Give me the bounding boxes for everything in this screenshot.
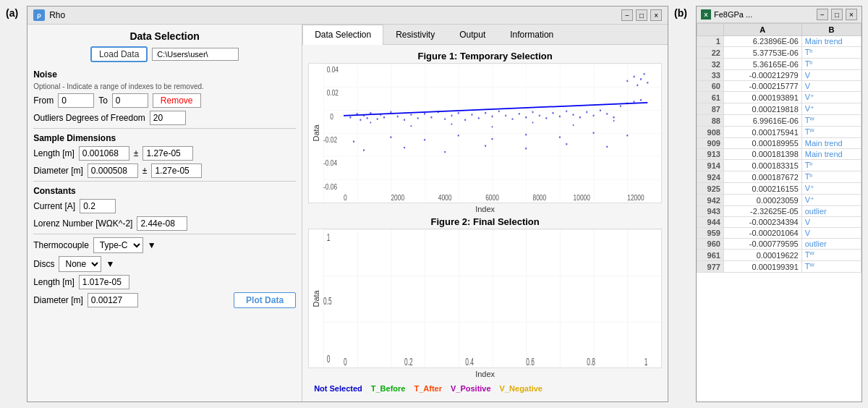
cell-a[interactable]: 0.000219818 (723, 103, 801, 115)
table-row[interactable]: 87 0.000219818 V⁺ (697, 103, 861, 115)
svg-point-79 (444, 151, 446, 153)
length-err-input[interactable] (142, 146, 193, 161)
cell-a[interactable]: 0.00019622 (723, 250, 801, 261)
diameter-input[interactable] (88, 163, 138, 178)
spreadsheet-minimize[interactable]: − (817, 9, 828, 20)
table-row[interactable]: 1 6.23896E-06 Main trend (697, 36, 861, 47)
svg-point-86 (451, 124, 453, 125)
row-number: 942 (697, 195, 724, 206)
cell-a[interactable]: -0.000215777 (723, 81, 801, 92)
cell-b[interactable]: outlier (801, 206, 861, 217)
outliers-input[interactable] (150, 111, 186, 125)
cell-b[interactable]: Main trend (801, 149, 861, 160)
tab-information[interactable]: Information (498, 25, 566, 44)
cell-b[interactable]: V (801, 70, 861, 81)
cell-a[interactable]: 0.000183315 (723, 160, 801, 171)
table-row[interactable]: 909 0.000189955 Main trend (697, 138, 861, 149)
cell-a[interactable]: -0.000234394 (723, 217, 801, 228)
cell-a[interactable]: 5.36165E-06 (723, 59, 801, 70)
table-row[interactable]: 943 -2.32625E-05 outlier (697, 206, 861, 217)
cell-a[interactable]: 0.000175941 (723, 127, 801, 138)
remove-button[interactable]: Remove (153, 93, 201, 108)
cell-b[interactable]: Tᵂ (801, 127, 861, 138)
cell-a[interactable]: 5.37753E-06 (723, 47, 801, 59)
cell-b[interactable]: Tᵂ (801, 250, 861, 261)
load-data-button[interactable]: Load Data (90, 46, 148, 62)
length-input[interactable] (79, 146, 129, 161)
cell-a[interactable]: 0.000199391 (723, 261, 801, 273)
cell-b[interactable]: Tᵇ (801, 47, 861, 59)
table-row[interactable]: 914 0.000183315 Tᵇ (697, 160, 861, 171)
noise-label: Noise (33, 69, 296, 80)
cell-a[interactable]: -0.000779595 (723, 239, 801, 250)
plot-data-button[interactable]: Plot Data (234, 292, 296, 308)
table-row[interactable]: 32 5.36165E-06 Tᵇ (697, 59, 861, 70)
table-row[interactable]: 60 -0.000215777 V (697, 81, 861, 92)
cell-b[interactable]: V (801, 228, 861, 239)
cell-a[interactable]: 0.000189955 (723, 138, 801, 149)
cell-b[interactable]: Main trend (801, 36, 861, 47)
current-input[interactable] (80, 199, 116, 213)
cell-a[interactable]: -0.000212979 (723, 70, 801, 81)
table-row[interactable]: 61 0.000193891 V⁺ (697, 92, 861, 103)
svg-text:1: 1 (644, 355, 648, 367)
cell-b[interactable]: V⁺ (801, 92, 861, 103)
diameter-err-input[interactable] (151, 163, 202, 178)
disc-length-input[interactable] (79, 275, 129, 289)
table-row[interactable]: 959 -0.000201064 V (697, 228, 861, 239)
cell-b[interactable]: Tᵂ (801, 115, 861, 127)
maximize-button[interactable]: □ (636, 9, 647, 21)
cell-b[interactable]: Tᵂ (801, 261, 861, 273)
tab-data-selection[interactable]: Data Selection (302, 25, 383, 45)
cell-b[interactable]: V (801, 81, 861, 92)
cell-b[interactable]: V (801, 217, 861, 228)
svg-text:0.6: 0.6 (526, 355, 535, 367)
cell-b[interactable]: Tᵇ (801, 160, 861, 171)
spreadsheet-close[interactable]: × (846, 9, 857, 20)
cell-a[interactable]: 0.000193891 (723, 92, 801, 103)
table-row[interactable]: 944 -0.000234394 V (697, 217, 861, 228)
minimize-button[interactable]: − (621, 9, 633, 21)
to-input[interactable] (112, 93, 148, 108)
cell-b[interactable]: V⁺ (801, 103, 861, 115)
svg-point-55 (600, 109, 601, 111)
table-row[interactable]: 977 0.000199391 Tᵂ (697, 261, 861, 273)
row-number: 943 (697, 206, 724, 217)
tab-resistivity[interactable]: Resistivity (383, 25, 447, 44)
from-input[interactable] (58, 93, 94, 108)
disc-diameter-input[interactable] (88, 293, 138, 307)
table-row[interactable]: 960 -0.000779595 outlier (697, 239, 861, 250)
cell-a[interactable]: 6.23896E-06 (723, 36, 801, 47)
table-row[interactable]: 33 -0.000212979 V (697, 70, 861, 81)
window-controls: − □ × (621, 9, 662, 21)
cell-a[interactable]: 6.99616E-06 (723, 115, 801, 127)
cell-b[interactable]: Tᵇ (801, 171, 861, 183)
table-row[interactable]: 925 0.000216155 V⁺ (697, 183, 861, 195)
close-button[interactable]: × (650, 9, 662, 21)
table-row[interactable]: 924 0.000187672 Tᵇ (697, 171, 861, 183)
lorenz-input[interactable] (137, 216, 187, 231)
cell-b[interactable]: Main trend (801, 138, 861, 149)
table-row[interactable]: 961 0.00019622 Tᵂ (697, 250, 861, 261)
table-row[interactable]: 913 0.000181398 Main trend (697, 149, 861, 160)
svg-point-65 (640, 78, 642, 80)
discs-select[interactable]: None 1 2 (59, 256, 101, 272)
cell-b[interactable]: outlier (801, 239, 861, 250)
cell-a[interactable]: 0.000181398 (723, 149, 801, 160)
tab-output[interactable]: Output (447, 25, 498, 44)
table-row[interactable]: 22 5.37753E-06 Tᵇ (697, 47, 861, 59)
cell-a[interactable]: 0.00023059 (723, 195, 801, 206)
cell-b[interactable]: Tᵇ (801, 59, 861, 70)
cell-b[interactable]: V⁺ (801, 183, 861, 195)
thermocouple-select[interactable]: Type-C Type-K Type-T (93, 237, 143, 253)
spreadsheet-maximize[interactable]: □ (831, 9, 843, 20)
cell-a[interactable]: 0.000216155 (723, 183, 801, 195)
cell-a[interactable]: 0.000187672 (723, 171, 801, 183)
cell-b[interactable]: V⁺ (801, 195, 861, 206)
svg-point-23 (383, 116, 385, 119)
cell-a[interactable]: -0.000201064 (723, 228, 801, 239)
cell-a[interactable]: -2.32625E-05 (723, 206, 801, 217)
table-row[interactable]: 942 0.00023059 V⁺ (697, 195, 861, 206)
table-row[interactable]: 88 6.99616E-06 Tᵂ (697, 115, 861, 127)
table-row[interactable]: 908 0.000175941 Tᵂ (697, 127, 861, 138)
